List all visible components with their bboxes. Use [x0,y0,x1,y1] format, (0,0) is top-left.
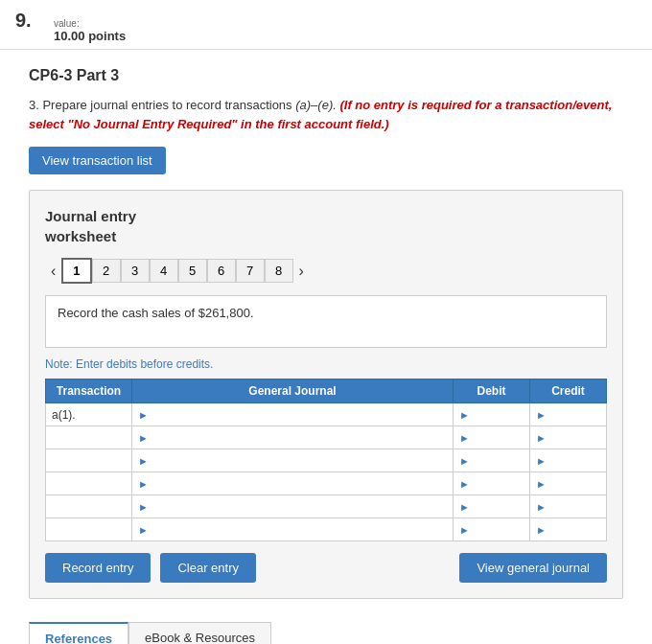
arrow-icon: ► [138,501,149,513]
general-journal-input-2[interactable]: ► [132,426,454,449]
transaction-label-6 [46,518,132,541]
table-row: a(1). ► ► ► [46,403,607,426]
tab-5[interactable]: 5 [178,259,207,283]
transaction-label-5 [46,495,132,518]
credit-input-2[interactable]: ► [530,426,607,449]
instruction-text2: (a)–(e). [295,98,337,112]
table-row: ► ► ► [46,426,607,449]
tab-1[interactable]: 1 [61,258,91,284]
tab-references[interactable]: References [29,622,128,644]
debit-input-6[interactable]: ► [454,518,530,541]
arrow-icon: ► [536,409,547,421]
credit-input-3[interactable]: ► [530,449,607,472]
table-row: ► ► ► [46,449,607,472]
table-row: ► ► ► [46,518,607,541]
general-journal-input-3[interactable]: ► [132,449,454,472]
general-journal-input-6[interactable]: ► [132,518,454,541]
debit-input-3[interactable]: ► [454,449,530,472]
arrow-icon: ► [536,478,547,490]
clear-entry-button[interactable]: Clear entry [160,553,256,583]
general-journal-input-1[interactable]: ► [132,403,454,426]
arrow-icon: ► [138,409,149,421]
general-journal-input-4[interactable]: ► [132,472,454,495]
tab-navigation: ‹ 1 2 3 4 5 6 7 8 › [45,258,607,284]
worksheet-title: Journal entryworksheet [45,206,607,246]
record-entry-button[interactable]: Record entry [45,553,151,583]
bottom-tab-bar: References eBook & Resources [29,622,623,644]
view-general-journal-button[interactable]: View general journal [459,553,607,583]
arrow-icon: ► [138,524,149,536]
journal-entry-worksheet: Journal entryworksheet ‹ 1 2 3 4 5 6 7 8… [29,190,623,599]
table-row: ► ► ► [46,472,607,495]
question-number: 9. [15,10,42,32]
instruction: 3. Prepare journal entries to record tra… [29,96,623,133]
transaction-description: Record the cash sales of $261,800. [45,295,607,348]
tab-next-arrow[interactable]: › [293,259,310,284]
transaction-label-1: a(1). [46,403,132,426]
credit-input-6[interactable]: ► [530,518,607,541]
note-text: Note: Enter debits before credits. [45,357,607,371]
value-label: value: [54,18,126,29]
arrow-icon: ► [459,478,470,490]
question-meta: value: 10.00 points [54,18,126,43]
arrow-icon: ► [459,524,470,536]
view-transaction-button[interactable]: View transaction list [29,147,166,174]
tab-7[interactable]: 7 [236,259,265,283]
tab-2[interactable]: 2 [92,259,121,283]
debit-input-5[interactable]: ► [454,495,530,518]
table-row: ► ► ► [46,495,607,518]
question-value: 10.00 points [54,29,126,43]
tab-prev-arrow[interactable]: ‹ [45,259,61,284]
arrow-icon: ► [459,432,470,444]
debit-input-2[interactable]: ► [454,426,530,449]
instruction-text1: 3. Prepare journal entries to record tra… [29,98,295,112]
header-debit: Debit [454,380,530,403]
arrow-icon: ► [536,455,547,467]
arrow-icon: ► [459,409,470,421]
credit-input-1[interactable]: ► [530,403,607,426]
tab-ebook[interactable]: eBook & Resources [128,622,271,644]
transaction-label-4 [46,472,132,495]
general-journal-input-5[interactable]: ► [132,495,454,518]
debit-input-1[interactable]: ► [454,403,530,426]
transaction-label-2 [46,426,132,449]
credit-input-5[interactable]: ► [530,495,607,518]
arrow-icon: ► [138,478,149,490]
debit-input-4[interactable]: ► [454,472,530,495]
header-credit: Credit [530,380,607,403]
header-general-journal: General Journal [132,380,454,403]
credit-input-4[interactable]: ► [530,472,607,495]
question-header: 9. value: 10.00 points [0,0,652,50]
arrow-icon: ► [138,432,149,444]
arrow-icon: ► [459,501,470,513]
arrow-icon: ► [459,455,470,467]
content-area: CP6-3 Part 3 3. Prepare journal entries … [0,50,652,644]
part-title: CP6-3 Part 3 [29,67,623,84]
header-transaction: Transaction [46,380,132,403]
arrow-icon: ► [138,455,149,467]
arrow-icon: ► [536,432,547,444]
journal-table: Transaction General Journal Debit Credit… [45,379,607,541]
tab-6[interactable]: 6 [207,259,236,283]
arrow-icon: ► [536,524,547,536]
action-buttons: Record entry Clear entry View general jo… [45,553,607,583]
transaction-label-3 [46,449,132,472]
tab-8[interactable]: 8 [265,259,293,283]
arrow-icon: ► [536,501,547,513]
tab-4[interactable]: 4 [150,259,178,283]
tab-3[interactable]: 3 [121,259,150,283]
